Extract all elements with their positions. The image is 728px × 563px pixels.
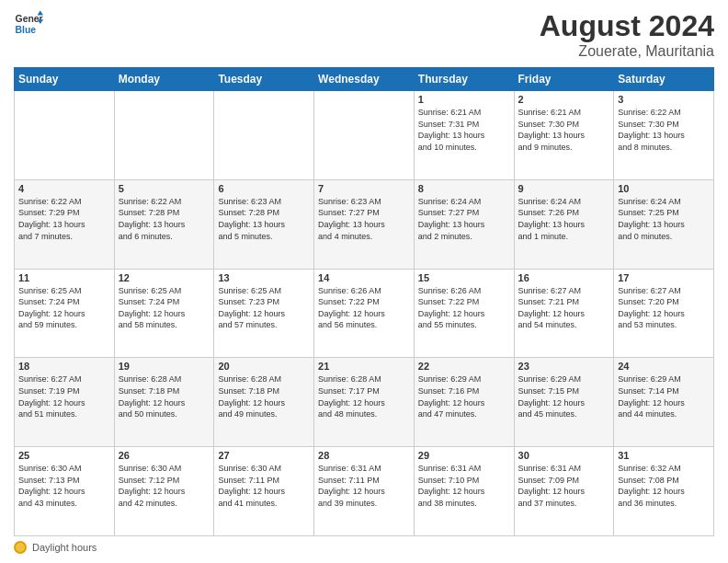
location: Zouerate, Mauritania (540, 43, 714, 60)
table-row: 26Sunrise: 6:30 AM Sunset: 7:12 PM Dayli… (114, 447, 214, 536)
day-info: Sunrise: 6:25 AM Sunset: 7:23 PM Dayligh… (218, 285, 310, 331)
col-friday: Friday (514, 68, 614, 91)
day-number: 5 (119, 183, 210, 194)
sun-icon (14, 541, 27, 554)
calendar-table: Sunday Monday Tuesday Wednesday Thursday… (14, 67, 714, 536)
day-info: Sunrise: 6:22 AM Sunset: 7:29 PM Dayligh… (18, 196, 110, 242)
table-row: 16Sunrise: 6:27 AM Sunset: 7:21 PM Dayli… (514, 269, 614, 358)
table-row (114, 91, 214, 180)
day-info: Sunrise: 6:26 AM Sunset: 7:22 PM Dayligh… (418, 285, 510, 331)
footer-note: Daylight hours (14, 541, 714, 554)
day-number: 26 (119, 450, 210, 461)
day-number: 24 (618, 361, 710, 372)
day-number: 9 (518, 183, 610, 194)
day-info: Sunrise: 6:28 AM Sunset: 7:18 PM Dayligh… (119, 373, 210, 419)
month-year: August 2024 (540, 9, 714, 43)
table-row: 14Sunrise: 6:26 AM Sunset: 7:22 PM Dayli… (314, 269, 415, 358)
day-info: Sunrise: 6:28 AM Sunset: 7:17 PM Dayligh… (318, 373, 410, 419)
daylight-label: Daylight hours (32, 542, 97, 553)
day-info: Sunrise: 6:22 AM Sunset: 7:28 PM Dayligh… (119, 196, 210, 242)
day-number: 22 (418, 361, 510, 372)
day-info: Sunrise: 6:28 AM Sunset: 7:18 PM Dayligh… (218, 373, 310, 419)
day-number: 31 (618, 450, 710, 461)
table-row: 9Sunrise: 6:24 AM Sunset: 7:26 PM Daylig… (514, 179, 614, 269)
day-info: Sunrise: 6:25 AM Sunset: 7:24 PM Dayligh… (119, 285, 210, 331)
table-row: 7Sunrise: 6:23 AM Sunset: 7:27 PM Daylig… (314, 179, 415, 269)
col-monday: Monday (114, 68, 214, 91)
table-row: 1Sunrise: 6:21 AM Sunset: 7:31 PM Daylig… (414, 91, 514, 180)
day-info: Sunrise: 6:30 AM Sunset: 7:13 PM Dayligh… (18, 463, 110, 509)
day-info: Sunrise: 6:31 AM Sunset: 7:11 PM Dayligh… (318, 463, 410, 509)
day-number: 20 (218, 361, 310, 372)
svg-marker-2 (38, 11, 43, 16)
logo-icon: General Blue (14, 9, 43, 39)
table-row: 3Sunrise: 6:22 AM Sunset: 7:30 PM Daylig… (614, 91, 714, 180)
day-number: 8 (418, 183, 510, 194)
table-row: 2Sunrise: 6:21 AM Sunset: 7:30 PM Daylig… (514, 91, 614, 180)
day-info: Sunrise: 6:29 AM Sunset: 7:15 PM Dayligh… (518, 373, 610, 419)
table-row: 20Sunrise: 6:28 AM Sunset: 7:18 PM Dayli… (214, 358, 314, 447)
day-info: Sunrise: 6:27 AM Sunset: 7:21 PM Dayligh… (518, 285, 610, 331)
table-row: 30Sunrise: 6:31 AM Sunset: 7:09 PM Dayli… (514, 447, 614, 536)
day-info: Sunrise: 6:24 AM Sunset: 7:27 PM Dayligh… (418, 196, 510, 242)
day-number: 29 (418, 450, 510, 461)
day-info: Sunrise: 6:30 AM Sunset: 7:11 PM Dayligh… (218, 463, 310, 509)
table-row: 11Sunrise: 6:25 AM Sunset: 7:24 PM Dayli… (15, 269, 115, 358)
calendar-week-3: 11Sunrise: 6:25 AM Sunset: 7:24 PM Dayli… (15, 269, 714, 358)
logo: General Blue (14, 9, 43, 39)
table-row: 27Sunrise: 6:30 AM Sunset: 7:11 PM Dayli… (214, 447, 314, 536)
table-row (314, 91, 415, 180)
day-info: Sunrise: 6:23 AM Sunset: 7:27 PM Dayligh… (318, 196, 410, 242)
header: General Blue August 2024 Zouerate, Mauri… (14, 9, 714, 60)
table-row: 31Sunrise: 6:32 AM Sunset: 7:08 PM Dayli… (614, 447, 714, 536)
table-row: 13Sunrise: 6:25 AM Sunset: 7:23 PM Dayli… (214, 269, 314, 358)
day-info: Sunrise: 6:32 AM Sunset: 7:08 PM Dayligh… (618, 463, 710, 509)
day-number: 4 (18, 183, 110, 194)
day-number: 19 (119, 361, 210, 372)
day-number: 27 (218, 450, 310, 461)
day-info: Sunrise: 6:29 AM Sunset: 7:14 PM Dayligh… (618, 373, 710, 419)
calendar-header-row: Sunday Monday Tuesday Wednesday Thursday… (15, 68, 714, 91)
day-number: 30 (518, 450, 610, 461)
table-row: 22Sunrise: 6:29 AM Sunset: 7:16 PM Dayli… (414, 358, 514, 447)
table-row: 29Sunrise: 6:31 AM Sunset: 7:10 PM Dayli… (414, 447, 514, 536)
day-info: Sunrise: 6:22 AM Sunset: 7:30 PM Dayligh… (618, 107, 710, 153)
day-info: Sunrise: 6:29 AM Sunset: 7:16 PM Dayligh… (418, 373, 510, 419)
day-info: Sunrise: 6:27 AM Sunset: 7:20 PM Dayligh… (618, 285, 710, 331)
col-saturday: Saturday (614, 68, 714, 91)
col-thursday: Thursday (414, 68, 514, 91)
table-row: 15Sunrise: 6:26 AM Sunset: 7:22 PM Dayli… (414, 269, 514, 358)
table-row: 12Sunrise: 6:25 AM Sunset: 7:24 PM Dayli… (114, 269, 214, 358)
day-number: 15 (418, 272, 510, 283)
day-number: 7 (318, 183, 410, 194)
day-number: 21 (318, 361, 410, 372)
day-number: 2 (518, 94, 610, 105)
table-row: 23Sunrise: 6:29 AM Sunset: 7:15 PM Dayli… (514, 358, 614, 447)
day-number: 18 (18, 361, 110, 372)
day-info: Sunrise: 6:26 AM Sunset: 7:22 PM Dayligh… (318, 285, 410, 331)
table-row (15, 91, 115, 180)
day-info: Sunrise: 6:25 AM Sunset: 7:24 PM Dayligh… (18, 285, 110, 331)
table-row: 25Sunrise: 6:30 AM Sunset: 7:13 PM Dayli… (15, 447, 115, 536)
table-row: 10Sunrise: 6:24 AM Sunset: 7:25 PM Dayli… (614, 179, 714, 269)
day-info: Sunrise: 6:31 AM Sunset: 7:10 PM Dayligh… (418, 463, 510, 509)
day-number: 17 (618, 272, 710, 283)
calendar-week-4: 18Sunrise: 6:27 AM Sunset: 7:19 PM Dayli… (15, 358, 714, 447)
svg-text:Blue: Blue (16, 25, 37, 35)
day-number: 10 (618, 183, 710, 194)
table-row (214, 91, 314, 180)
table-row: 4Sunrise: 6:22 AM Sunset: 7:29 PM Daylig… (15, 179, 115, 269)
day-number: 12 (119, 272, 210, 283)
day-number: 11 (18, 272, 110, 283)
day-number: 1 (418, 94, 510, 105)
day-info: Sunrise: 6:21 AM Sunset: 7:31 PM Dayligh… (418, 107, 510, 153)
day-number: 14 (318, 272, 410, 283)
day-info: Sunrise: 6:31 AM Sunset: 7:09 PM Dayligh… (518, 463, 610, 509)
table-row: 5Sunrise: 6:22 AM Sunset: 7:28 PM Daylig… (114, 179, 214, 269)
table-row: 19Sunrise: 6:28 AM Sunset: 7:18 PM Dayli… (114, 358, 214, 447)
calendar-week-2: 4Sunrise: 6:22 AM Sunset: 7:29 PM Daylig… (15, 179, 714, 269)
table-row: 6Sunrise: 6:23 AM Sunset: 7:28 PM Daylig… (214, 179, 314, 269)
table-row: 24Sunrise: 6:29 AM Sunset: 7:14 PM Dayli… (614, 358, 714, 447)
day-number: 13 (218, 272, 310, 283)
calendar-week-5: 25Sunrise: 6:30 AM Sunset: 7:13 PM Dayli… (15, 447, 714, 536)
